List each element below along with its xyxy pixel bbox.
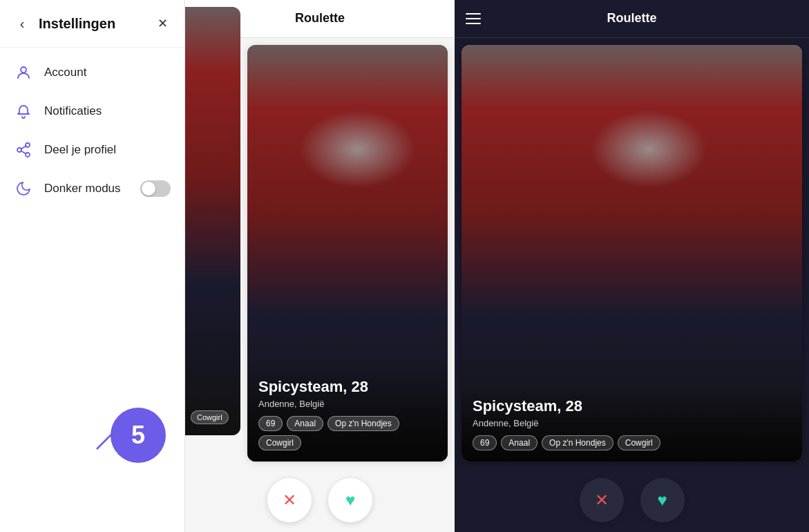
left-edge-card: Cowgirl	[185, 7, 240, 435]
card-location-middle: Andenne, België	[258, 399, 437, 409]
like-icon-middle: ♥	[345, 491, 355, 510]
like-button-right[interactable]: ♥	[640, 478, 685, 522]
action-buttons-right: ✕ ♥	[455, 468, 809, 532]
dark-mode-icon	[14, 179, 33, 198]
left-edge-image	[185, 7, 240, 435]
card-info-right: Spicysteam, 28 Andenne, België 69 Anaal …	[461, 386, 802, 462]
card-info-middle: Spicysteam, 28 Andenne, België 69 Anaal …	[247, 367, 448, 462]
settings-sidebar: ‹ Instellingen ✕ Account Notificaties	[0, 0, 185, 532]
action-buttons-middle: ✕ ♥	[185, 468, 455, 532]
svg-line-4	[21, 151, 26, 154]
left-edge-tag-cowgirl: Cowgirl	[191, 410, 229, 424]
dark-mode-row: Donker modus	[0, 169, 184, 208]
main-card-right[interactable]: Spicysteam, 28 Andenne, België 69 Anaal …	[461, 45, 802, 462]
main-card-middle[interactable]: Spicysteam, 28 Andenne, België 69 Anaal …	[247, 45, 448, 462]
card-tags-middle: 69 Anaal Op z'n Hondjes Cowgirl	[258, 416, 437, 450]
card-location-right: Andenne, België	[473, 418, 791, 428]
card-tags-right: 69 Anaal Op z'n Hondjes Cowgirl	[473, 435, 791, 450]
sidebar-item-deel-profiel[interactable]: Deel je profiel	[0, 131, 184, 169]
tag-cowgirl-middle: Cowgirl	[258, 435, 301, 450]
like-icon-right: ♥	[657, 491, 667, 510]
sidebar-menu: Account Notificaties	[0, 48, 184, 213]
middle-panel: Roulette Cowgirl Spicysteam, 28	[185, 0, 455, 532]
right-panel: Roulette Spicysteam, 28 Andenne, België …	[455, 0, 809, 532]
card-image-right: Spicysteam, 28 Andenne, België 69 Anaal …	[461, 45, 802, 462]
sidebar-header: ‹ Instellingen ✕	[0, 0, 184, 48]
sidebar-item-notificaties[interactable]: Notificaties	[0, 92, 184, 131]
tag-anaal-middle: Anaal	[287, 416, 323, 431]
middle-panel-title: Roulette	[295, 11, 345, 26]
tag-69-right: 69	[473, 435, 497, 450]
right-hamburger-button[interactable]	[466, 13, 481, 24]
svg-point-0	[21, 67, 26, 73]
svg-line-5	[21, 146, 26, 149]
tag-69-middle: 69	[258, 416, 283, 431]
dislike-icon-middle: ✕	[283, 491, 296, 510]
tag-cowgirl-right: Cowgirl	[618, 435, 660, 450]
card-name-right: Spicysteam, 28	[473, 397, 791, 415]
dislike-button-middle[interactable]: ✕	[267, 478, 312, 522]
share-icon	[14, 140, 33, 160]
tag-hondjes-right: Op z'n Hondjes	[542, 435, 613, 450]
left-edge-tags: Cowgirl	[191, 410, 229, 424]
dark-mode-label: Donker modus	[44, 182, 121, 196]
like-button-middle[interactable]: ♥	[328, 478, 372, 522]
dislike-button-right[interactable]: ✕	[580, 478, 624, 522]
deel-profiel-label: Deel je profiel	[44, 143, 116, 157]
dark-mode-toggle[interactable]	[140, 180, 171, 197]
card-name-middle: Spicysteam, 28	[258, 378, 437, 396]
sidebar-item-account[interactable]: Account	[0, 53, 184, 92]
back-button[interactable]: ‹	[11, 12, 33, 35]
notification-icon	[14, 102, 33, 121]
main-area: Roulette Cowgirl Spicysteam, 28	[185, 0, 809, 532]
account-icon	[14, 63, 33, 82]
tag-anaal-right: Anaal	[501, 435, 537, 450]
sidebar-title: Instellingen	[39, 16, 151, 32]
card-image: Spicysteam, 28 Andenne, België 69 Anaal …	[247, 45, 448, 462]
dark-mode-left: Donker modus	[14, 179, 121, 198]
right-panel-title: Roulette	[607, 11, 657, 26]
dislike-icon-right: ✕	[595, 491, 609, 510]
right-panel-header: Roulette	[455, 0, 809, 38]
close-button[interactable]: ✕	[151, 12, 173, 35]
account-label: Account	[44, 66, 86, 79]
tag-hondjes-middle: Op z'n Hondjes	[327, 416, 399, 431]
number-badge: 5	[111, 408, 166, 463]
notificaties-label: Notificaties	[44, 104, 102, 118]
